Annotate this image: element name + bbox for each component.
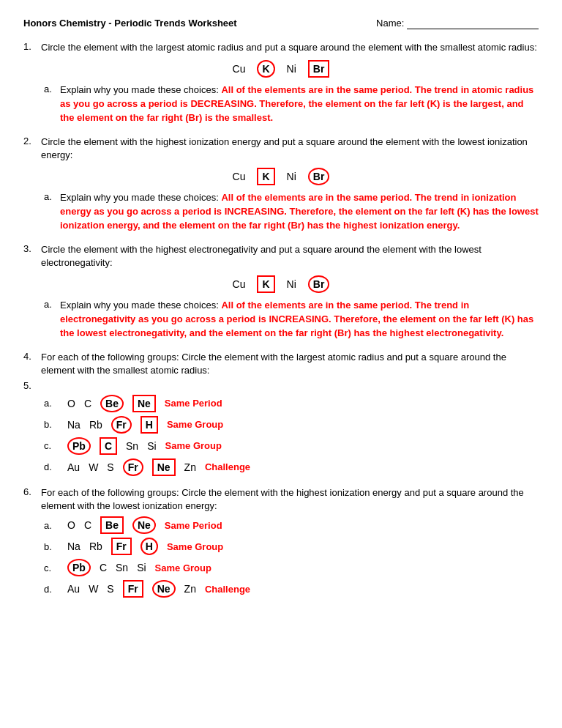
el-c-5c: C (100, 437, 117, 455)
q3-sub-a: a. Explain why you made these choices: A… (44, 299, 539, 341)
el-zn-5d: Zn (184, 461, 196, 473)
q3-line: 3. Circle the element with the highest e… (23, 243, 539, 270)
question-1: 1. Circle the element with the largest a… (23, 41, 539, 125)
q5-c-label: c. (44, 440, 59, 451)
el-au-6d: Au (67, 583, 80, 595)
page-header: Honors Chemistry - Periodic Trends Works… (23, 18, 539, 29)
el-w-5d: W (89, 461, 98, 473)
q4-line: 4. For each of the following groups: Cir… (23, 351, 539, 377)
question-3: 3. Circle the element with the highest e… (23, 243, 539, 341)
el-sn-6c: Sn (116, 562, 128, 573)
q6-row-c: c. Pb C Sn Si Same Group (44, 559, 539, 576)
el-c-5a: C (84, 398, 91, 409)
el-na-6b: Na (67, 541, 80, 552)
q5-a-tag: Same Period (165, 398, 222, 409)
el-k-2: K (257, 168, 274, 185)
question-4: 4. For each of the following groups: Cir… (23, 351, 539, 476)
q5-b-tag: Same Group (167, 419, 223, 430)
q1-answer: All of the elements are in the same peri… (60, 84, 533, 123)
el-be-6a: Be (100, 516, 124, 534)
q1-sub-a: a. Explain why you made these choices: A… (44, 83, 539, 125)
q6-d-tag: Challenge (205, 584, 250, 595)
q3-elements: Cu K Ni Br (23, 275, 539, 293)
el-h-6b: H (140, 538, 158, 555)
el-rb-5b: Rb (89, 419, 102, 431)
q6-a-tag: Same Period (165, 520, 222, 531)
el-k-3: K (257, 275, 274, 293)
q5-d-label: d. (44, 461, 59, 472)
question-2: 2. Circle the element with the highest i… (23, 135, 539, 233)
el-c-6a: C (84, 519, 91, 531)
q2-num: 2. (23, 135, 37, 146)
el-ne-6a: Ne (132, 516, 156, 534)
el-k-1: K (257, 60, 274, 78)
el-be-5a: Be (100, 395, 124, 412)
el-br-2: Br (308, 168, 330, 185)
q6-c-tag: Same Group (155, 562, 211, 573)
q3-answer: All of the elements are in the same peri… (60, 300, 533, 338)
el-br-3: Br (308, 275, 330, 293)
el-o-6a: O (67, 519, 75, 531)
q1-sub-label: a. (44, 83, 56, 125)
q5-b-label: b. (44, 419, 59, 430)
q1-text: Circle the element with the largest atom… (41, 41, 537, 54)
el-rb-6b: Rb (89, 541, 102, 552)
q2-sub-label: a. (44, 191, 56, 233)
q3-sub-label: a. (44, 299, 56, 341)
q6-text: For each of the following groups: Circle… (41, 486, 539, 513)
q2-sub-a-line: a. Explain why you made these choices: A… (44, 191, 539, 233)
el-o-5a: O (67, 398, 75, 409)
q1-explain: Explain why you made these choices: All … (60, 83, 539, 125)
q2-text: Circle the element with the highest ioni… (41, 135, 539, 162)
name-field: Name: (376, 18, 539, 29)
name-label: Name: (376, 18, 404, 29)
q4-num: 4. (23, 351, 37, 362)
el-ne-6d: Ne (152, 580, 176, 598)
el-h-5b: H (140, 416, 158, 434)
q1-line: 1. Circle the element with the largest a… (23, 41, 539, 54)
q3-explain: Explain why you made these choices: All … (60, 299, 539, 341)
q2-line: 2. Circle the element with the highest i… (23, 135, 539, 162)
el-au-5d: Au (67, 461, 80, 473)
el-cu-3: Cu (233, 278, 246, 290)
q2-elements: Cu K Ni Br (23, 168, 539, 185)
el-na-5b: Na (67, 419, 80, 431)
q6-row-a: a. O C Be Ne Same Period (44, 516, 539, 534)
q5-c-tag: Same Group (165, 440, 222, 451)
q3-num: 3. (23, 243, 37, 254)
q6-b-tag: Same Group (167, 541, 223, 552)
q6-row-d: d. Au W S Fr Ne Zn Challenge (44, 580, 539, 598)
el-s-5d: S (107, 461, 113, 473)
el-fr-6b: Fr (111, 538, 132, 555)
q6-a-label: a. (44, 520, 59, 531)
el-ni-1: Ni (287, 63, 296, 75)
el-si-5c: Si (147, 440, 156, 452)
el-br-1: Br (308, 60, 330, 78)
el-ni-3: Ni (287, 278, 296, 290)
el-fr-5d: Fr (123, 458, 143, 476)
el-c-6c: C (100, 562, 107, 573)
q5-row-c: c. Pb C Sn Si Same Group (44, 437, 539, 455)
q5-row-a: a. O C Be Ne Same Period (44, 395, 539, 412)
q5-line: 5. (23, 380, 539, 391)
name-underline (407, 18, 539, 29)
el-ne-5a: Ne (132, 395, 156, 412)
q6-row-b: b. Na Rb Fr H Same Group (44, 538, 539, 555)
q4-text: For each of the following groups: Circle… (41, 351, 539, 377)
q1-elements: Cu K Ni Br (23, 60, 539, 78)
question-6: 6. For each of the following groups: Cir… (23, 486, 539, 598)
q5-a-label: a. (44, 398, 59, 409)
el-cu-1: Cu (233, 63, 246, 75)
el-pb-6c: Pb (67, 559, 91, 576)
el-sn-5c: Sn (126, 440, 138, 452)
el-fr-5b: Fr (111, 416, 132, 434)
q5-row-b: b. Na Rb Fr H Same Group (44, 416, 539, 434)
worksheet-title: Honors Chemistry - Periodic Trends Works… (23, 18, 237, 29)
q5-d-tag: Challenge (205, 461, 250, 472)
q5-num: 5. (23, 380, 37, 391)
q1-num: 1. (23, 41, 37, 52)
q6-num: 6. (23, 486, 37, 497)
q2-answer: All of the elements are in the same peri… (60, 192, 539, 231)
q6-d-label: d. (44, 584, 59, 595)
el-ni-2: Ni (287, 171, 296, 182)
